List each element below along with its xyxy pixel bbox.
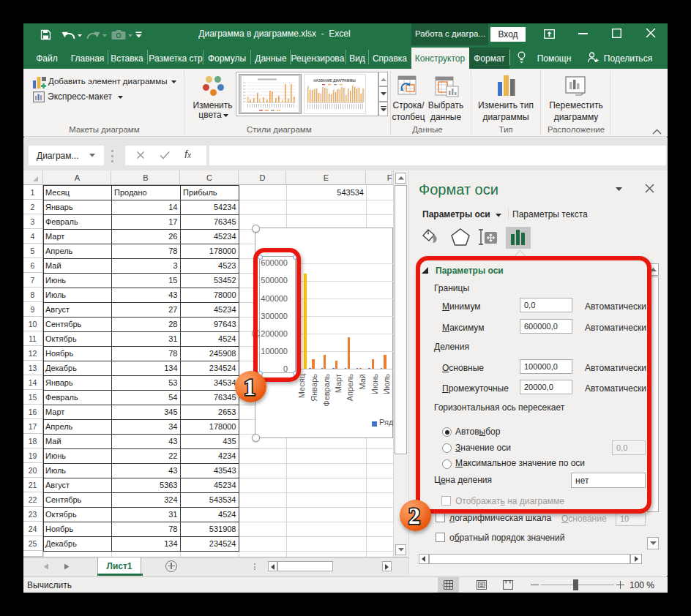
svg-text:1: 1 xyxy=(244,374,255,400)
svg-text:2: 2 xyxy=(408,503,420,529)
svg-text:НАЗВАНИЕ ДИАГРАММЫ: НАЗВАНИЕ ДИАГРАММЫ xyxy=(313,79,356,83)
